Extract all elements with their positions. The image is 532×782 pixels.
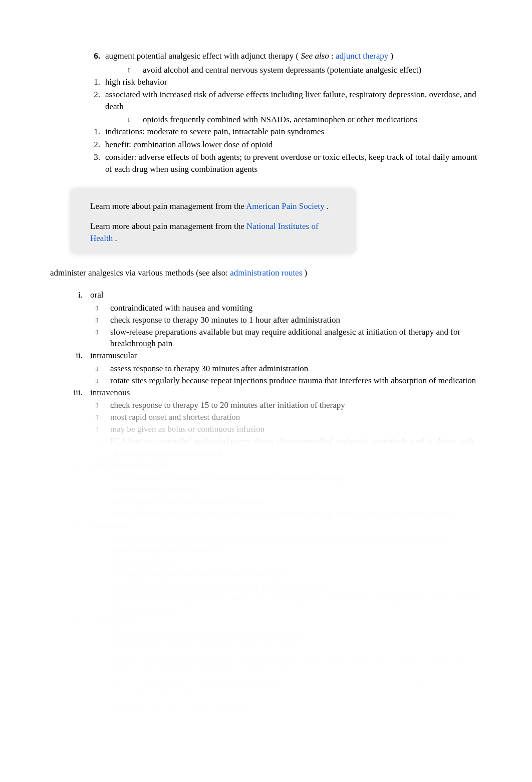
route-sub-text: fentanyl (Duragesic) delivered via trans… bbox=[110, 568, 482, 580]
square-bullet-icon: ▯ bbox=[95, 508, 110, 520]
route-sub-item: ▯buccal fentanyl tablet: for breakthroug… bbox=[95, 677, 482, 701]
route-number: v. bbox=[68, 519, 90, 532]
combo-item: 2.benefit: combination allows lower dose… bbox=[90, 139, 482, 151]
route-sub-item: ▯options: buccal, gingival, sublingual, … bbox=[95, 641, 482, 653]
square-bullet-icon: ▯ bbox=[95, 533, 110, 557]
route-item: ii.intramuscular bbox=[68, 350, 482, 362]
combo-item: 3.consider: adverse effects of both agen… bbox=[90, 151, 482, 175]
route-sub-text: example: fentanyl lozenge on a stick (tr… bbox=[110, 653, 482, 677]
square-bullet-icon: ▯ bbox=[128, 64, 143, 76]
square-bullet-icon: ▯ bbox=[95, 496, 110, 508]
route-sub-text: buccal fentanyl tablet: for breakthrough… bbox=[110, 677, 482, 701]
route-label: intravenous bbox=[90, 387, 482, 399]
square-bullet-icon: ▯ bbox=[95, 326, 110, 350]
administration-routes-link[interactable]: administration routes bbox=[230, 268, 302, 278]
combo-item: 1.indications: moderate to severe pain, … bbox=[90, 126, 482, 138]
square-bullet-icon: ▯ bbox=[95, 435, 110, 459]
route-label: transmucosal bbox=[90, 616, 482, 628]
risk-item: 1.high risk behavior bbox=[90, 76, 482, 88]
square-bullet-icon: ▯ bbox=[95, 375, 110, 387]
square-bullet-icon: ▯ bbox=[95, 653, 110, 677]
route-sub-item: ▯example: fentanyl lozenge on a stick (t… bbox=[95, 653, 482, 677]
route-sub-text: check response to therapy 15 to 20 minut… bbox=[110, 399, 482, 411]
route-sub-text: check response to therapy 1 to 2 hours a… bbox=[110, 533, 482, 557]
route-sub-item: ▯most rapid onset and shortest duration bbox=[95, 411, 482, 423]
route-sub-item: ▯contraindicated with acute pain (slow o… bbox=[95, 580, 482, 592]
route-label: oral bbox=[90, 289, 482, 301]
square-bullet-icon: ▯ bbox=[95, 580, 110, 592]
route-sub-item: ▯PCA (patient-controlled analgesia) pump… bbox=[95, 435, 482, 459]
route-sub-text: options: buccal, gingival, sublingual, r… bbox=[110, 641, 482, 653]
route-sub-item: ▯check response to therapy 15 to 20 minu… bbox=[95, 399, 482, 411]
square-bullet-icon: ▯ bbox=[95, 629, 110, 641]
route-number: iv. bbox=[68, 459, 90, 471]
route-item: i.oral bbox=[68, 289, 482, 301]
route-sub-text: check response to therapy 30 to 40 minut… bbox=[110, 472, 482, 484]
square-bullet-icon: ▯ bbox=[95, 411, 110, 423]
info2-post: . bbox=[115, 233, 117, 243]
info1-post: . bbox=[327, 201, 329, 211]
route-sub-item: ▯slow-release preparations available but… bbox=[95, 326, 482, 350]
route-label: intramuscular bbox=[90, 350, 482, 362]
route-sub-text: slow onset of action bbox=[110, 557, 482, 569]
route-sub-item: ▯fentanyl (Duragesic) delivered via tran… bbox=[95, 568, 482, 580]
combo-item-text: indications: moderate to severe pain, in… bbox=[105, 126, 482, 138]
route-sub-item: ▯slow onset of action bbox=[95, 557, 482, 569]
route-sub-text: may be given as bolus or continuous infu… bbox=[110, 496, 482, 508]
info2-pre: Learn more about pain management from th… bbox=[90, 221, 246, 231]
american-pain-society-link[interactable]: American Pain Society bbox=[246, 201, 325, 211]
square-bullet-icon: ▯ bbox=[95, 592, 110, 616]
route-sub-item: ▯primarily used to manage chronic cancer… bbox=[95, 592, 482, 616]
square-bullet-icon: ▯ bbox=[95, 700, 110, 724]
route-label: subcutaneous injection bbox=[90, 459, 482, 471]
route-item: iii.intravenous bbox=[68, 387, 482, 399]
route-sub-item: ▯rotate sites regularly because repeat i… bbox=[95, 375, 482, 387]
item6-sub-text: avoid alcohol and central nervous system… bbox=[143, 64, 482, 76]
risk-item-number: 2. bbox=[90, 89, 105, 113]
info-line-2: Learn more about pain management from th… bbox=[90, 220, 336, 244]
route-sub-item: ▯contraindicated with nausea and vomitin… bbox=[95, 302, 482, 314]
item6-sub: ▯ avoid alcohol and central nervous syst… bbox=[128, 64, 482, 76]
info-line-1: Learn more about pain management from th… bbox=[90, 200, 336, 212]
admin-post: ) bbox=[305, 268, 308, 278]
info1-pre: Learn more about pain management from th… bbox=[90, 201, 246, 211]
route-sub-text: assess response to therapy 30 minutes af… bbox=[110, 363, 482, 375]
admin-pre: administer analgesics via various method… bbox=[50, 268, 230, 278]
route-number: ii. bbox=[68, 350, 90, 362]
route-sub-text: most rapid onset and shortest duration bbox=[110, 411, 482, 423]
route-sub-text: check response to therapy 10 to 20 minut… bbox=[110, 629, 482, 641]
administer-line: administer analgesics via various method… bbox=[50, 267, 482, 279]
square-bullet-icon: ▯ bbox=[95, 363, 110, 375]
route-sub-item: ▯check response to therapy 10 to 20 minu… bbox=[95, 629, 482, 641]
route-item: vi.transmucosal bbox=[68, 616, 482, 628]
route-sub-item: ▯continuous delivery of opioid medicatio… bbox=[95, 700, 482, 724]
route-number: iii. bbox=[68, 387, 90, 399]
combo-item-number: 2. bbox=[90, 139, 105, 151]
route-sub-item: ▯check response to therapy 30 minutes to… bbox=[95, 314, 482, 326]
colon: : bbox=[331, 51, 336, 61]
route-number: i. bbox=[68, 289, 90, 301]
square-bullet-icon: ▯ bbox=[95, 399, 110, 411]
route-sub-text: contraindicated with acute pain (slow on… bbox=[110, 580, 482, 592]
route-number: vi. bbox=[68, 616, 90, 628]
route-sub-item: ▯most commonly used with insulin syringe… bbox=[95, 508, 482, 520]
route-sub-item: ▯check response to therapy 1 to 2 hours … bbox=[95, 533, 482, 557]
route-item: v.transdermal bbox=[68, 519, 482, 532]
route-sub-item: ▯check response to therapy 30 to 40 minu… bbox=[95, 472, 482, 484]
combo-item-number: 1. bbox=[90, 126, 105, 138]
route-sub-text: check response to therapy 30 minutes to … bbox=[110, 314, 482, 326]
risk-item: 2.associated with increased risk of adve… bbox=[90, 89, 482, 113]
risk-item-text: associated with increased risk of advers… bbox=[105, 89, 482, 113]
risk-sub: ▯ opioids frequently combined with NSAID… bbox=[128, 114, 482, 126]
route-sub-text: slow-release preparations available but … bbox=[110, 326, 482, 350]
item6-text: augment potential analgesic effect with … bbox=[105, 51, 299, 61]
adjunct-therapy-link[interactable]: adjunct therapy bbox=[336, 51, 388, 61]
square-bullet-icon: ▯ bbox=[95, 557, 110, 569]
combo-item-number: 3. bbox=[90, 151, 105, 175]
square-bullet-icon: ▯ bbox=[128, 114, 143, 126]
route-label: transdermal bbox=[90, 519, 482, 532]
square-bullet-icon: ▯ bbox=[95, 641, 110, 653]
square-bullet-icon: ▯ bbox=[95, 472, 110, 484]
combo-item-text: benefit: combination allows lower dose o… bbox=[105, 139, 482, 151]
route-sub-text: rotate sites regularly because repeat in… bbox=[110, 375, 482, 387]
